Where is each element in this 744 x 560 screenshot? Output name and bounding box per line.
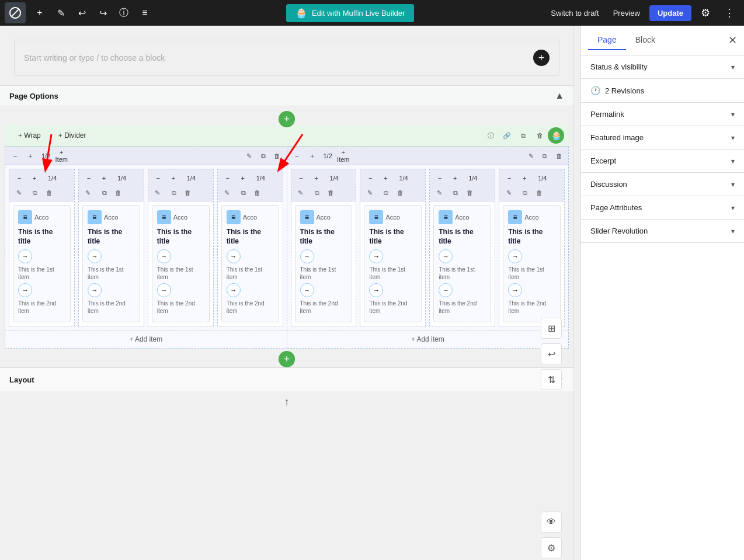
editor-scrollbar[interactable] — [573, 26, 580, 560]
lsc2-del[interactable]: 🗑 — [113, 187, 124, 199]
status-visibility-header[interactable]: Status & visibility ▾ — [581, 55, 744, 78]
right-add-item-button[interactable]: + Add item — [287, 330, 569, 348]
page-options-header[interactable]: Page Options ▲ — [0, 85, 573, 106]
arrow-btn-4a[interactable]: → — [227, 249, 241, 263]
settings-gear-button[interactable]: ⚙ — [696, 4, 715, 22]
lsc2-minus[interactable]: − — [82, 172, 95, 185]
rsc2-plus[interactable]: + — [379, 172, 392, 185]
copy-col-button[interactable]: ⧉ — [517, 130, 529, 141]
permalink-header[interactable]: Permalink ▾ — [581, 103, 744, 126]
delete-col-button[interactable]: 🗑 — [534, 130, 545, 141]
revisions-header[interactable]: 🕐 2 Revisions — [581, 79, 744, 102]
right-col-minus[interactable]: − — [291, 149, 304, 162]
lsc3-plus[interactable]: + — [167, 172, 180, 185]
more-options-button[interactable]: ⋮ — [719, 4, 739, 22]
rarrow-btn-3a[interactable]: → — [439, 249, 453, 263]
lsc2-plus[interactable]: + — [98, 172, 110, 185]
arrow-btn-2b[interactable]: → — [88, 283, 102, 297]
excerpt-header[interactable]: Excerpt ▾ — [581, 149, 744, 172]
left-col-plus[interactable]: + — [24, 149, 37, 162]
arrow-btn-2a[interactable]: → — [88, 249, 102, 263]
rsc1-edit[interactable]: ✎ — [295, 187, 307, 199]
rsc2-del[interactable]: 🗑 — [394, 187, 406, 199]
rsc3-plus[interactable]: + — [449, 172, 461, 185]
preview-button[interactable]: Preview — [609, 6, 645, 20]
add-section-top-button[interactable]: + — [279, 111, 295, 127]
layout-grid-button[interactable]: ⊞ — [541, 318, 562, 339]
muffin-live-builder-button[interactable]: 🧁 Edit with Muffin Live Builder — [286, 4, 414, 22]
rsc4-plus[interactable]: + — [518, 172, 531, 185]
arrow-btn-3a[interactable]: → — [157, 249, 171, 263]
add-section-bottom-button[interactable]: + — [279, 351, 295, 367]
discussion-header[interactable]: Discussion ▾ — [581, 173, 744, 196]
arrow-btn-1b[interactable]: → — [18, 283, 32, 297]
rsc1-del[interactable]: 🗑 — [325, 187, 337, 199]
swap-button[interactable]: ⇅ — [541, 369, 562, 390]
rsc3-del[interactable]: 🗑 — [464, 187, 475, 199]
add-block-button[interactable]: + — [30, 4, 49, 22]
lsc4-plus[interactable]: + — [237, 172, 249, 185]
rarrow-btn-2a[interactable]: → — [369, 249, 383, 263]
lsc4-del[interactable]: 🗑 — [252, 187, 263, 199]
undo-button[interactable]: ↩ — [72, 4, 91, 22]
tab-block[interactable]: Block — [626, 30, 665, 50]
lsc4-minus[interactable]: − — [221, 172, 234, 185]
tab-page[interactable]: Page — [588, 30, 626, 50]
switch-draft-button[interactable]: Switch to draft — [546, 6, 603, 20]
rsc3-edit[interactable]: ✎ — [433, 187, 445, 199]
rarrow-btn-4a[interactable]: → — [508, 249, 522, 263]
redo-button[interactable]: ↪ — [93, 4, 112, 22]
rsc4-del[interactable]: 🗑 — [533, 187, 545, 199]
lsc3-copy[interactable]: ⧉ — [168, 187, 180, 199]
right-col-plus[interactable]: + — [306, 149, 319, 162]
rsc3-copy[interactable]: ⧉ — [450, 187, 461, 199]
rarrow-btn-1a[interactable]: → — [300, 249, 314, 263]
right-del-btn[interactable]: 🗑 — [553, 150, 565, 162]
lsc3-minus[interactable]: − — [152, 172, 165, 185]
featured-image-header[interactable]: Featured image ▾ — [581, 126, 744, 149]
menu-button[interactable]: ≡ — [135, 4, 154, 22]
slider-revolution-header[interactable]: Slider Revolution ▾ — [581, 220, 744, 242]
rarrow-btn-2b[interactable]: → — [369, 283, 383, 297]
left-item-add[interactable]: + Item — [55, 149, 68, 162]
wp-logo[interactable] — [5, 2, 26, 23]
lsc4-edit[interactable]: ✎ — [221, 187, 233, 199]
rarrow-btn-1b[interactable]: → — [300, 283, 314, 297]
link-col-button[interactable]: 🔗 — [501, 130, 513, 141]
page-options-collapse-button[interactable]: ▲ — [555, 91, 564, 101]
divider-button[interactable]: + Divider — [52, 128, 93, 142]
left-link-btn[interactable]: ✎ — [244, 150, 255, 162]
rarrow-btn-3b[interactable]: → — [439, 283, 453, 297]
lsc1-minus[interactable]: − — [13, 172, 26, 185]
lsc2-copy[interactable]: ⧉ — [99, 187, 110, 199]
rsc4-minus[interactable]: − — [503, 172, 516, 185]
rsc1-copy[interactable]: ⧉ — [311, 187, 323, 199]
lsc1-del[interactable]: 🗑 — [43, 187, 55, 199]
rarrow-btn-4b[interactable]: → — [508, 283, 522, 297]
rsc1-plus[interactable]: + — [310, 172, 323, 185]
left-copy-btn[interactable]: ⧉ — [258, 150, 269, 162]
page-attributes-header[interactable]: Page Attributes ▾ — [581, 196, 744, 219]
lsc2-edit[interactable]: ✎ — [82, 187, 94, 199]
update-button[interactable]: Update — [649, 5, 691, 21]
rsc4-copy[interactable]: ⧉ — [519, 187, 531, 199]
lsc3-del[interactable]: 🗑 — [182, 187, 194, 199]
scroll-top-button[interactable]: ↑ — [284, 396, 290, 408]
preview-eye-button[interactable]: 👁 — [541, 512, 562, 533]
rsc3-minus[interactable]: − — [433, 172, 446, 185]
right-item-add[interactable]: + Item — [337, 149, 350, 162]
arrow-btn-3b[interactable]: → — [157, 283, 171, 297]
add-block-inline-button[interactable]: + — [533, 50, 550, 66]
rsc2-edit[interactable]: ✎ — [364, 187, 376, 199]
left-del-btn[interactable]: 🗑 — [272, 150, 283, 162]
lsc1-edit[interactable]: ✎ — [13, 187, 25, 199]
arrow-btn-1a[interactable]: → — [18, 249, 32, 263]
arrow-btn-4b[interactable]: → — [227, 283, 241, 297]
edit-pen-button[interactable]: ✎ — [51, 4, 70, 22]
wrap-button[interactable]: + Wrap — [12, 128, 47, 142]
info-button[interactable]: ⓘ — [114, 4, 133, 22]
lsc3-edit[interactable]: ✎ — [152, 187, 164, 199]
rsc2-copy[interactable]: ⧉ — [380, 187, 392, 199]
undo-float-button[interactable]: ↩ — [541, 343, 562, 364]
rsc1-minus[interactable]: − — [295, 172, 308, 185]
